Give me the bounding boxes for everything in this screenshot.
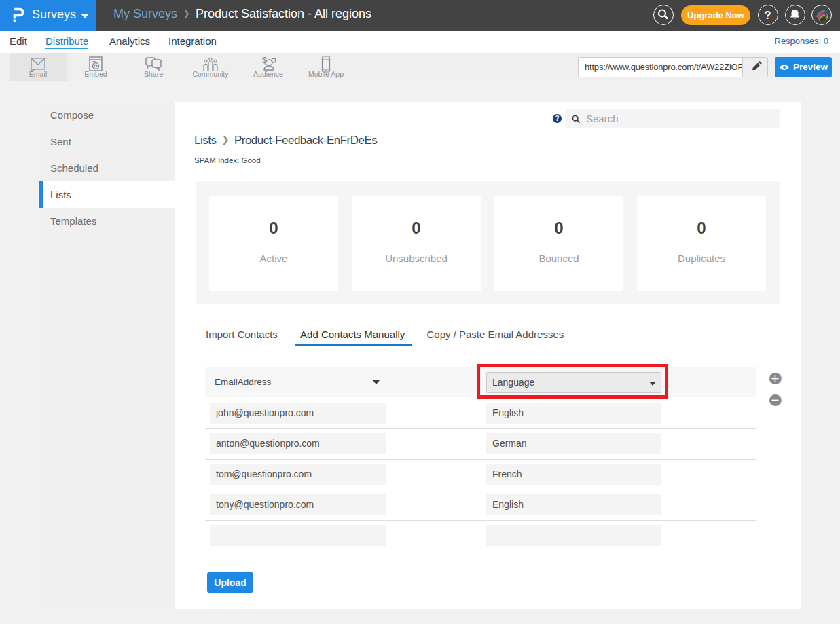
svg-text:?: ? <box>764 9 771 22</box>
